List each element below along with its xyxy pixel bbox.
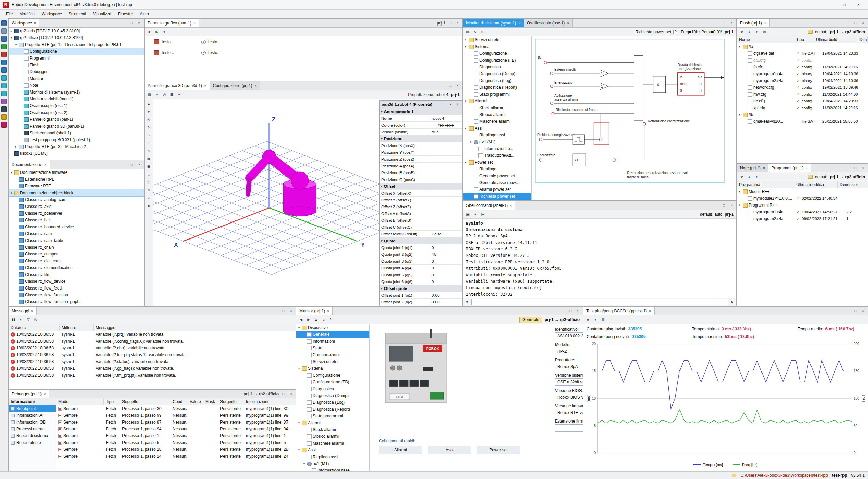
close-tab-icon[interactable]: × — [44, 163, 46, 167]
float-panel-icon[interactable]: □ — [568, 308, 573, 314]
open-icon[interactable]: ▤ — [146, 91, 153, 98]
property-value[interactable]: 0 — [430, 258, 462, 264]
quick-link-button-allarmi[interactable]: Allarmi — [379, 446, 422, 454]
tree-item[interactable]: Configurazione — [296, 372, 369, 379]
tree-item[interactable]: Maschere allarmi — [463, 118, 531, 125]
float-panel-icon[interactable]: □ — [281, 391, 286, 397]
column-header[interactable]: Programma — [737, 181, 794, 188]
file-row[interactable]: xpl.cfg✓config11/02/2021 14:29:16 — [737, 104, 868, 111]
close-tab-icon[interactable]: × — [193, 21, 195, 25]
table-row[interactable]: SempreFetchProcesso 1, passo 1NessunaPer… — [56, 432, 296, 439]
table-row[interactable]: ×10/03/2022 10:36:58sysm-1Variabile (?.p… — [9, 331, 296, 338]
column-header[interactable]: Mask — [203, 398, 218, 405]
tree-item[interactable]: ▾Power set — [463, 159, 531, 166]
tree-item[interactable]: Storico allarmi — [296, 433, 369, 440]
save-icon[interactable]: ▼ — [17, 316, 24, 323]
float-panel-icon[interactable]: □ — [447, 20, 453, 26]
stop-icon[interactable]: ■ — [472, 211, 479, 218]
tree-item[interactable]: ▾Sistema — [463, 43, 531, 50]
close-panel-icon[interactable]: × — [136, 20, 142, 26]
radio-item[interactable]: Testo... — [201, 39, 221, 44]
play-icon[interactable]: ▶ — [153, 29, 160, 35]
tree-item[interactable]: Classe rc_flow_function — [9, 292, 144, 298]
property-row[interactable]: Offset joint 2 (oj2)0.00 — [380, 299, 462, 305]
device-field-value[interactable]: Robox BIOS versione 3.0.10 — [555, 394, 583, 401]
monitor-icon[interactable] — [1, 75, 7, 81]
refresh-icon[interactable]: ↻ — [472, 29, 479, 35]
property-value[interactable] — [430, 149, 462, 155]
save-all-icon[interactable] — [1, 36, 7, 42]
tree-item[interactable]: Classe rc_axis — [9, 203, 144, 210]
refresh-icon[interactable]: ↻ — [328, 316, 334, 323]
zoom-tool-icon[interactable]: ◎ — [146, 116, 152, 123]
panel-3d-icon[interactable] — [1, 99, 7, 104]
table-row[interactable]: ×10/03/2022 10:36:58sysm-1Variabile (?.c… — [9, 338, 296, 345]
menu-modifica[interactable]: Modifica — [16, 10, 38, 18]
close-tab-icon[interactable]: × — [31, 309, 33, 313]
tree-item[interactable]: Stato programmi — [296, 413, 369, 419]
property-section[interactable]: ▾Posizione — [380, 135, 462, 142]
menu-finestre[interactable]: Finestre — [115, 10, 136, 18]
expander-icon[interactable]: ▾ — [9, 191, 13, 195]
device-field-value[interactable]: Robox RTE versione 34.27.3 — [555, 409, 583, 416]
close-window-icon[interactable]: × — [852, 1, 865, 9]
close-tab-icon[interactable]: × — [255, 84, 257, 88]
tree-item[interactable]: Diagnostica (Dump) — [463, 70, 531, 77]
tree-item[interactable]: Classe rc_flow_device — [9, 278, 144, 285]
send-command-icon[interactable]: ▶ — [730, 299, 735, 305]
tree-item[interactable]: Classe rc_chain — [9, 244, 144, 251]
expander-icon[interactable]: ▾ — [297, 367, 301, 370]
minimize-window-icon[interactable]: – — [823, 1, 837, 9]
file-row[interactable]: rhw.cfg✓config11/02/2021 14:44:00 — [737, 91, 868, 98]
tab-debugger[interactable]: Debugger (prj-1)× — [9, 390, 49, 398]
tree-item[interactable]: ▾Allarmi — [296, 419, 369, 426]
tree-item[interactable]: ▾Dispositivo — [296, 324, 369, 331]
tree-item[interactable]: Flash — [9, 62, 144, 68]
tree-item[interactable]: Classe rc_flow_feed — [9, 285, 144, 292]
expander-icon[interactable]: ▾ — [738, 45, 742, 48]
tree-item[interactable]: ▾Documentazione object block — [9, 189, 144, 196]
section-expander-icon[interactable]: ▾ — [381, 287, 383, 290]
table-row[interactable]: SempreFetchProcesso 1, passo 5NessunaPer… — [56, 439, 296, 446]
tab-documentazione[interactable]: Documentazione× — [9, 160, 50, 169]
tab-workspace[interactable]: Workspace× — [9, 19, 39, 27]
close-tab-icon[interactable]: × — [763, 166, 765, 170]
tree-item[interactable]: Stack allarmi — [296, 426, 369, 433]
tree-item[interactable]: Diagnostica (Log) — [296, 399, 369, 406]
table-row[interactable]: ×10/03/2022 10:36:58sysm-1Variabile (?.t… — [9, 351, 296, 358]
property-value[interactable] — [430, 176, 462, 183]
expander-icon[interactable]: ▾ — [9, 36, 13, 39]
column-header[interactable]: Mittente — [60, 324, 94, 331]
float-panel-icon[interactable]: □ — [853, 20, 858, 26]
property-row[interactable]: Quota joint 6 (qj6)0 — [380, 278, 462, 285]
tree-item[interactable]: Shell comandi (shell-1) — [9, 130, 144, 136]
close-panel-icon[interactable]: × — [288, 391, 294, 397]
tree-item[interactable]: Configurazione — [463, 50, 531, 57]
tab-programmi[interactable]: Programmi (prj-1)× — [768, 164, 811, 172]
text-item[interactable]: Testo... — [154, 50, 174, 55]
tree-item[interactable]: Classe rc_elementlocation — [9, 264, 144, 271]
tree-item[interactable]: Monitor — [9, 75, 144, 82]
tab-test-ping-pong[interactable]: Test ping/pong BCC/31 (pptest-1)× — [583, 307, 655, 315]
property-row[interactable]: Offset B (offsetB) — [380, 217, 462, 224]
file-row[interactable]: rte.cfg✓config19/04/2021 14:23:33 — [737, 98, 868, 104]
tree-item[interactable]: Classe rc_cam_table — [9, 237, 144, 244]
tree-item[interactable]: Pannello grafico 3D (pan3d-1) — [9, 123, 144, 130]
top-view-icon[interactable]: ◇ — [146, 179, 152, 185]
tab-monitor[interactable]: Monitor (prj-1)× — [296, 307, 333, 315]
legend-item[interactable]: Tempo [ms] — [693, 463, 723, 467]
viewport-3d[interactable]: X Y Z — [153, 99, 379, 306]
download-icon[interactable]: ▼ — [753, 29, 760, 35]
tree-item[interactable]: ▸Progetto RTE (prj-3) - Macchina 2 — [9, 143, 144, 150]
close-tab-icon[interactable]: × — [204, 84, 206, 88]
camera-icon[interactable]: ◎ — [161, 91, 168, 98]
expander-icon[interactable]: ▾ — [464, 99, 468, 103]
sidebar-item[interactable]: Report di sistema — [9, 432, 56, 439]
tree-item[interactable]: usbc-1 [COM3] — [9, 150, 144, 157]
tree-item[interactable]: Classe rc_crimper — [9, 251, 144, 258]
output-icon[interactable]: ▣ — [464, 211, 471, 218]
property-value[interactable] — [430, 169, 462, 176]
property-row[interactable]: Posizione A (posA) — [380, 163, 462, 169]
tab-note[interactable]: Note (prj-1)× — [737, 164, 768, 172]
tab-configurazione[interactable]: Configurazione (prj-1)× — [210, 81, 260, 90]
